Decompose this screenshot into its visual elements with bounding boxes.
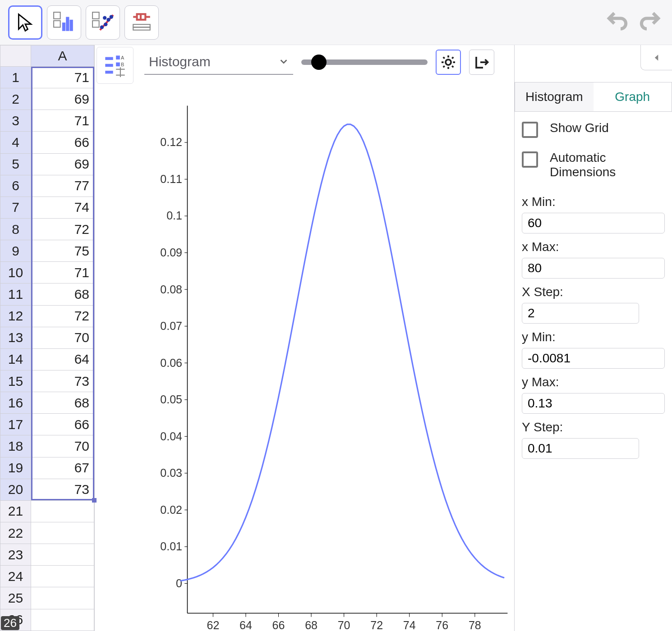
- slider-thumb[interactable]: [311, 55, 327, 70]
- row-header[interactable]: 12: [0, 305, 31, 327]
- row-header[interactable]: 24: [0, 566, 31, 587]
- collapse-panel-button[interactable]: [640, 45, 672, 70]
- boxplot-tool-button[interactable]: [124, 5, 159, 40]
- plot-settings-button[interactable]: [436, 50, 461, 75]
- row-header[interactable]: 4: [0, 132, 31, 153]
- column-header-a[interactable]: A: [31, 46, 94, 67]
- row-header[interactable]: 10: [0, 262, 31, 283]
- cell[interactable]: 68: [31, 392, 94, 414]
- row-header[interactable]: 2: [0, 88, 31, 110]
- svg-text:72: 72: [370, 619, 383, 631]
- cell[interactable]: 73: [31, 479, 94, 500]
- svg-text:66: 66: [272, 619, 285, 631]
- svg-text:76: 76: [436, 619, 448, 631]
- tab-histogram[interactable]: Histogram: [515, 82, 594, 111]
- svg-rect-3: [66, 17, 69, 31]
- row-number-overlay: 26: [1, 616, 19, 630]
- export-button[interactable]: [469, 50, 494, 75]
- boxplot-icon: [130, 11, 153, 34]
- row-header[interactable]: 8: [0, 218, 31, 240]
- y-step-input[interactable]: [522, 438, 639, 459]
- cell[interactable]: [31, 544, 94, 566]
- plot-type-select[interactable]: Histogram: [144, 50, 293, 75]
- cell[interactable]: 72: [31, 218, 94, 240]
- cell[interactable]: 67: [31, 457, 94, 479]
- svg-text:0.09: 0.09: [160, 246, 182, 259]
- svg-rect-22: [116, 55, 120, 59]
- svg-text:0.11: 0.11: [160, 173, 182, 185]
- x-step-label: X Step:: [522, 285, 665, 299]
- histogram-tool-button[interactable]: [47, 5, 81, 40]
- row-header[interactable]: 11: [0, 283, 31, 305]
- row-header[interactable]: 23: [0, 544, 31, 566]
- show-grid-checkbox[interactable]: [522, 122, 538, 138]
- row-header[interactable]: 25: [0, 587, 31, 609]
- cell[interactable]: 71: [31, 67, 94, 88]
- cell[interactable]: 75: [31, 240, 94, 262]
- cell[interactable]: 74: [31, 197, 94, 218]
- row-header[interactable]: 21: [0, 500, 31, 522]
- row-header[interactable]: 16: [0, 392, 31, 414]
- y-min-input[interactable]: [522, 348, 665, 369]
- auto-dimensions-checkbox[interactable]: [522, 151, 538, 168]
- cell[interactable]: [31, 609, 94, 631]
- scatter-tool-button[interactable]: [86, 5, 120, 40]
- svg-text:74: 74: [403, 619, 416, 631]
- row-header[interactable]: 20: [0, 479, 31, 500]
- svg-text:70: 70: [338, 619, 350, 631]
- tab-graph[interactable]: Graph: [594, 82, 672, 111]
- chart-canvas[interactable]: 62646668707274767800.010.020.030.040.050…: [138, 78, 514, 626]
- svg-text:0.05: 0.05: [160, 393, 182, 406]
- svg-point-12: [103, 16, 106, 19]
- svg-text:0: 0: [176, 577, 182, 590]
- row-header[interactable]: 7: [0, 197, 31, 218]
- row-header[interactable]: 6: [0, 175, 31, 197]
- class-width-slider[interactable]: [301, 54, 428, 70]
- cell[interactable]: 66: [31, 414, 94, 435]
- row-header[interactable]: 19: [0, 457, 31, 479]
- undo-icon: [605, 10, 630, 35]
- row-header[interactable]: 22: [0, 522, 31, 544]
- corner-cell[interactable]: [0, 46, 31, 67]
- svg-rect-2: [62, 23, 65, 31]
- row-header[interactable]: 18: [0, 435, 31, 457]
- cell[interactable]: 68: [31, 283, 94, 305]
- cell[interactable]: 69: [31, 153, 94, 175]
- x-step-input[interactable]: [522, 303, 639, 324]
- svg-text:78: 78: [469, 619, 481, 631]
- cell[interactable]: 64: [31, 348, 94, 370]
- row-header[interactable]: 13: [0, 327, 31, 348]
- cell[interactable]: 66: [31, 132, 94, 153]
- y-max-input[interactable]: [522, 393, 665, 414]
- cell[interactable]: [31, 587, 94, 609]
- cell[interactable]: [31, 566, 94, 587]
- cell[interactable]: 72: [31, 305, 94, 327]
- cell[interactable]: 71: [31, 262, 94, 283]
- x-min-input[interactable]: [522, 213, 665, 233]
- cell[interactable]: 69: [31, 88, 94, 110]
- move-tool-button[interactable]: [8, 5, 42, 40]
- row-header[interactable]: 15: [0, 370, 31, 392]
- row-header[interactable]: 14: [0, 348, 31, 370]
- cell[interactable]: 70: [31, 327, 94, 348]
- spreadsheet[interactable]: A 17126937146656967777487297510711168127…: [0, 45, 95, 631]
- cell[interactable]: 77: [31, 175, 94, 197]
- svg-point-29: [446, 59, 451, 65]
- x-max-input[interactable]: [522, 258, 665, 279]
- cell[interactable]: 73: [31, 370, 94, 392]
- svg-point-9: [104, 23, 107, 26]
- row-header[interactable]: 17: [0, 414, 31, 435]
- undo-button[interactable]: [603, 9, 631, 37]
- redo-button[interactable]: [636, 9, 664, 37]
- row-header[interactable]: 3: [0, 110, 31, 132]
- svg-text:64: 64: [239, 619, 252, 631]
- row-header[interactable]: 5: [0, 153, 31, 175]
- cell[interactable]: 70: [31, 435, 94, 457]
- svg-rect-1: [54, 20, 60, 27]
- style-panel-toggle[interactable]: A B: [97, 47, 133, 84]
- row-header[interactable]: 1: [0, 67, 31, 88]
- cell[interactable]: [31, 522, 94, 544]
- cell[interactable]: 71: [31, 110, 94, 132]
- cell[interactable]: [31, 500, 94, 522]
- row-header[interactable]: 9: [0, 240, 31, 262]
